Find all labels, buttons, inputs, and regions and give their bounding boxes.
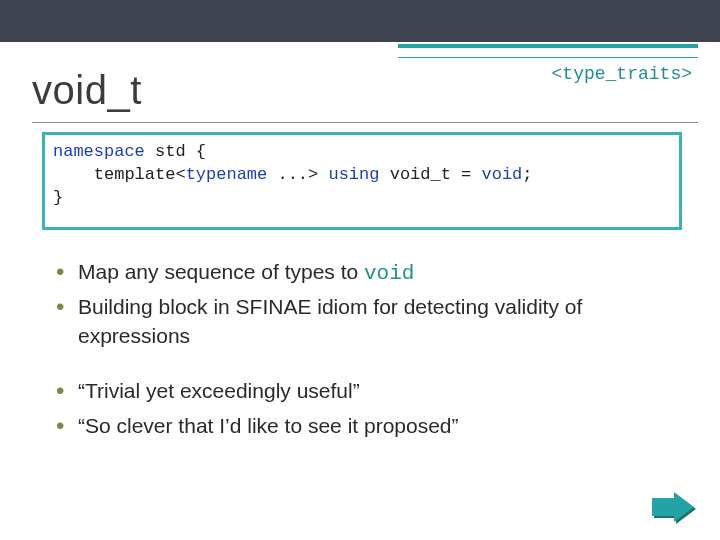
bullet-item: Building block in SFINAE idiom for detec… <box>56 291 666 350</box>
code-line-2: template<typename ...> using void_t = vo… <box>53 164 671 187</box>
code-box: namespace std { template<typename ...> u… <box>42 132 682 230</box>
code-line-1: namespace std { <box>53 141 671 164</box>
bullet-item: Map any sequence of types to void <box>56 256 666 288</box>
header-tag: <type_traits> <box>552 64 692 84</box>
slide-title: void_t <box>32 68 142 113</box>
code-line-3: } <box>53 187 671 210</box>
bullet-item: “So clever that I’d like to see it propo… <box>56 410 666 442</box>
title-rule <box>32 122 698 123</box>
top-bar <box>0 0 720 42</box>
bullet-list: Map any sequence of types to void Buildi… <box>56 256 666 444</box>
bullet-item: “Trivial yet exceedingly useful” <box>56 375 666 407</box>
next-icon[interactable] <box>650 492 700 526</box>
header-rule <box>398 44 698 58</box>
